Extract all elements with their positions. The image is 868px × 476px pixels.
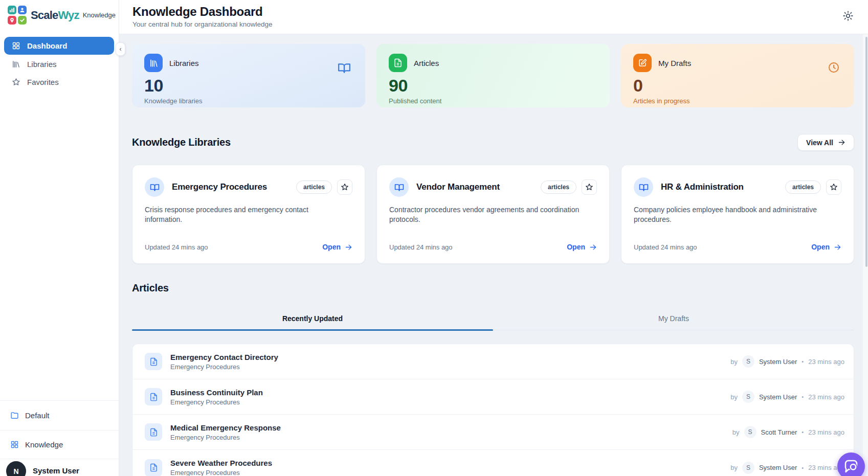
sidebar-item-dashboard[interactable]: Dashboard	[4, 37, 114, 55]
library-updated: Updated 24 mins ago	[145, 243, 208, 251]
topbar: Knowledge Dashboard Your central hub for…	[119, 0, 868, 34]
stat-value: 10	[144, 76, 353, 96]
arrow-right-icon	[838, 139, 845, 146]
article-row[interactable]: Emergency Contact Directory Emergency Pr…	[132, 344, 854, 379]
article-meta: by S Scott Turner • 23 mins ago	[732, 426, 844, 438]
open-link[interactable]: Open	[322, 243, 352, 251]
file-text-chip-icon	[389, 54, 407, 72]
article-library: Emergency Procedures	[170, 469, 730, 476]
library-updated: Updated 24 mins ago	[389, 243, 453, 251]
chat-widget-button[interactable]	[837, 452, 865, 476]
scrollbar-thumb[interactable]	[865, 37, 867, 267]
favorite-button[interactable]	[826, 179, 841, 195]
book-open-icon	[389, 177, 409, 197]
library-icon	[11, 59, 20, 69]
library-title: Vendor Management	[416, 182, 541, 192]
article-row[interactable]: Medical Emergency Response Emergency Pro…	[132, 415, 854, 450]
library-cards: Emergency Procedures articles Crisis res…	[132, 165, 854, 264]
author-avatar: S	[744, 426, 756, 438]
author-name: System User	[759, 393, 797, 401]
articles-tabs: Recently Updated My Drafts	[132, 314, 854, 330]
article-time: 23 mins ago	[808, 428, 844, 436]
scrollbar-track[interactable]	[863, 34, 868, 476]
brand-name: ScaleWyz	[31, 9, 79, 22]
sidebar: ScaleWyz Knowledge Dashboard Libraries F…	[0, 0, 119, 476]
sidebar-item-default[interactable]: Default	[0, 401, 119, 430]
sidebar-item-favorites[interactable]: Favorites	[0, 73, 119, 90]
brand-suffix: Knowledge	[83, 11, 116, 19]
article-library: Emergency Procedures	[170, 434, 732, 441]
folder-icon	[10, 411, 19, 420]
sidebar-item-label: Favorites	[27, 78, 59, 86]
user-avatar: N	[6, 461, 26, 476]
logo-tile-person-icon	[18, 6, 27, 14]
library-updated: Updated 24 mins ago	[634, 243, 697, 251]
chat-bubble-icon	[842, 458, 860, 475]
article-row[interactable]: Business Continuity Plan Emergency Proce…	[132, 379, 854, 415]
article-title: Medical Emergency Response	[170, 423, 732, 432]
open-link[interactable]: Open	[811, 243, 841, 251]
clock-icon	[828, 61, 840, 74]
tab-my-drafts[interactable]: My Drafts	[493, 314, 854, 330]
sidebar-nav: Dashboard Libraries Favorites	[0, 37, 119, 90]
article-time: 23 mins ago	[808, 393, 844, 401]
author-name: System User	[759, 358, 797, 366]
page-title: Knowledge Dashboard	[132, 5, 868, 19]
tab-recently-updated[interactable]: Recently Updated	[132, 314, 493, 330]
favorite-button[interactable]	[337, 179, 352, 195]
sidebar-footer: Default Knowledge N System User	[0, 400, 119, 476]
library-title: HR & Administration	[661, 182, 785, 192]
library-card-vendor-management[interactable]: Vendor Management articles Contractor pr…	[376, 165, 610, 264]
view-all-button[interactable]: View All	[797, 134, 854, 151]
star-icon	[11, 77, 20, 86]
articles-badge: articles	[296, 180, 332, 194]
brand-logo-icon	[8, 6, 27, 25]
articles-badge: articles	[541, 180, 576, 194]
sidebar-item-label: Dashboard	[27, 41, 67, 50]
sidebar-footer-label: Default	[25, 411, 50, 420]
article-title: Severe Weather Procedures	[170, 459, 730, 467]
stat-card-my-drafts[interactable]: My Drafts 0 Articles in progress	[621, 44, 854, 107]
book-open-icon	[145, 177, 164, 197]
stat-caption: Articles in progress	[633, 97, 842, 105]
arrow-right-icon	[345, 243, 352, 251]
open-link[interactable]: Open	[567, 243, 597, 251]
article-time: 23 mins ago	[808, 358, 844, 366]
main: Knowledge Dashboard Your central hub for…	[119, 0, 868, 476]
stat-label: Libraries	[169, 59, 199, 67]
sidebar-item-libraries[interactable]: Libraries	[0, 55, 119, 73]
sun-icon	[842, 10, 856, 21]
sidebar-item-knowledge[interactable]: Knowledge	[0, 430, 119, 459]
library-card-emergency-procedures[interactable]: Emergency Procedures articles Crisis res…	[132, 165, 365, 264]
sidebar-collapse-button[interactable]: ‹	[116, 42, 125, 56]
user-row[interactable]: N System User	[0, 459, 119, 476]
author-avatar: S	[742, 355, 754, 368]
article-library: Emergency Procedures	[170, 363, 730, 371]
logo-tile-chart-icon	[8, 6, 16, 14]
article-meta: by S System User • 23 mins ago	[730, 462, 844, 474]
article-title: Emergency Contact Directory	[170, 353, 730, 361]
article-row[interactable]: Severe Weather Procedures Emergency Proc…	[132, 450, 854, 476]
stat-label: My Drafts	[658, 59, 691, 67]
favorite-button[interactable]	[582, 179, 597, 195]
grid-icon	[10, 440, 19, 449]
file-text-icon	[145, 423, 162, 441]
libraries-section-header: Knowledge Libraries View All	[132, 134, 854, 151]
file-text-icon	[145, 353, 162, 370]
edit-square-chip-icon	[633, 54, 652, 72]
article-library: Emergency Procedures	[170, 398, 730, 406]
content: Libraries 10 Knowledge libraries Article…	[119, 34, 868, 476]
article-meta: by S System User • 23 mins ago	[730, 355, 844, 368]
stat-caption: Knowledge libraries	[144, 97, 353, 105]
library-description: Company policies employee handbook and a…	[634, 205, 841, 224]
stat-card-articles[interactable]: Articles 90 Published content	[376, 44, 610, 107]
library-card-hr-administration[interactable]: HR & Administration articles Company pol…	[621, 165, 854, 264]
page-subtitle: Your central hub for organizational know…	[132, 20, 868, 28]
author-avatar: S	[742, 391, 754, 403]
chevron-left-icon: ‹	[120, 46, 122, 53]
theme-toggle-button[interactable]	[842, 10, 856, 24]
book-open-icon	[338, 61, 351, 75]
library-title: Emergency Procedures	[172, 182, 296, 192]
article-meta: by S System User • 23 mins ago	[730, 391, 844, 403]
stat-card-libraries[interactable]: Libraries 10 Knowledge libraries	[132, 44, 365, 107]
